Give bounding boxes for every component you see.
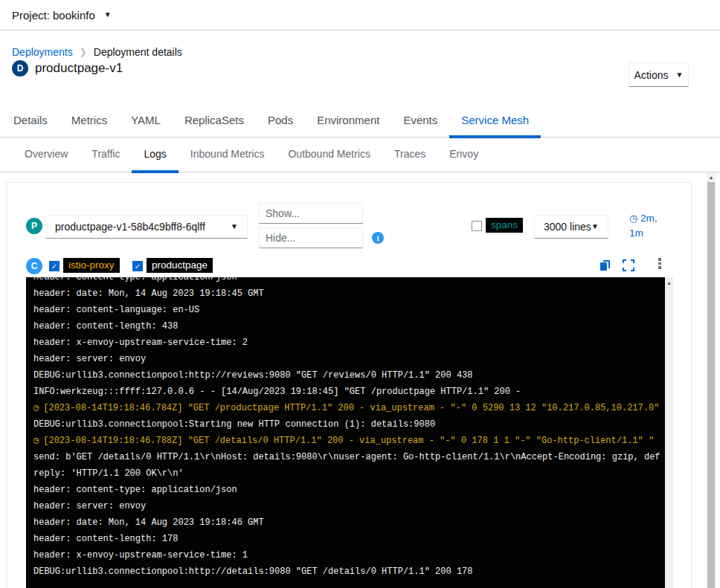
- spans-checkbox[interactable]: [472, 221, 482, 231]
- log-line: header: x-envoy-upstream-service-time: 2: [33, 335, 665, 351]
- pod-select-value: productpage-v1-58b4c9bff8-6qlff: [55, 221, 205, 233]
- chevron-right-icon: ❯: [80, 47, 87, 57]
- log-line: send: b'GET /details/0 HTTP/1.1\r\nHost:…: [33, 449, 665, 465]
- hide-filter-input[interactable]: [259, 227, 363, 248]
- title-row: D productpage-v1: [12, 60, 123, 77]
- project-selector-label: Project: bookinfo: [12, 9, 95, 22]
- frame-scrollbar[interactable]: ▲: [707, 172, 716, 588]
- tab-environment[interactable]: Environment: [305, 104, 391, 138]
- chevron-down-icon: ▼: [676, 71, 684, 79]
- istio-proxy-label[interactable]: istio-proxy: [63, 258, 120, 273]
- deployment-badge: D: [12, 60, 28, 77]
- pod-select[interactable]: productpage-v1-58b4c9bff8-6qlff ▼: [45, 215, 248, 239]
- subtab-traffic[interactable]: Traffic: [80, 138, 132, 173]
- tab-pods[interactable]: Pods: [256, 104, 305, 138]
- subtab-envoy[interactable]: Envoy: [437, 138, 490, 173]
- log-line: INFO:werkzeug:::ffff:127.0.0.6 - - [14/A…: [33, 384, 665, 400]
- expand-icon[interactable]: [623, 259, 634, 271]
- breadcrumb-deployments-link[interactable]: Deployments: [12, 46, 73, 58]
- log-scrollbar[interactable]: ▲: [665, 277, 673, 588]
- log-lines: header: content-type: application/jsonhe…: [26, 277, 665, 580]
- log-line: DEBUG:urllib3.connectionpool:http://deta…: [33, 563, 665, 580]
- subtab-inbound-metrics[interactable]: Inbound Metrics: [179, 138, 277, 173]
- log-line: DEBUG:urllib3.connectionpool:http://revi…: [33, 367, 665, 384]
- show-filter-input[interactable]: [259, 203, 363, 224]
- log-line: DEBUG:urllib3.connectionpool:Starting ne…: [33, 416, 665, 433]
- scroll-up-icon[interactable]: ▲: [665, 277, 673, 285]
- time-range-link[interactable]: ◷ 2m, 1m: [629, 211, 671, 241]
- log-line: header: content-type: application/json: [33, 482, 665, 498]
- actions-button-label: Actions: [634, 69, 669, 81]
- project-bar: Project: bookinfo ▼: [0, 0, 720, 30]
- subtab-outbound-metrics[interactable]: Outbound Metrics: [276, 138, 382, 173]
- log-line: header: content-type: application/json: [33, 277, 665, 285]
- service-mesh-subtabs: Overview Traffic Logs Inbound Metrics Ou…: [0, 138, 720, 172]
- subtab-traces[interactable]: Traces: [382, 138, 437, 173]
- tab-metrics[interactable]: Metrics: [60, 104, 119, 138]
- subtab-overview[interactable]: Overview: [13, 138, 80, 173]
- kebab-menu-icon[interactable]: [658, 258, 662, 270]
- breadcrumb-current: Deployment details: [94, 46, 182, 58]
- container-badge: C: [26, 258, 42, 274]
- deployment-details-page: Project: bookinfo ▼ Deployments ❯ Deploy…: [0, 0, 720, 588]
- log-line: header: server: envoy: [33, 351, 665, 367]
- tab-details[interactable]: Details: [1, 104, 60, 138]
- log-entry-line: ◷[2023-08-14T19:18:46.784Z] "GET /produc…: [33, 400, 665, 416]
- log-line: header: x-envoy-upstream-service-time: 1: [33, 547, 665, 563]
- log-entry-line: ◷[2023-08-14T19:18:46.788Z] "GET /detail…: [33, 433, 665, 449]
- tab-replicasets[interactable]: ReplicaSets: [173, 104, 256, 138]
- main-tabs: Details Metrics YAML ReplicaSets Pods En…: [0, 104, 720, 138]
- breadcrumb: Deployments ❯ Deployment details: [12, 46, 182, 58]
- chevron-down-icon: ▼: [104, 11, 112, 19]
- scroll-up-icon[interactable]: ▲: [707, 172, 716, 180]
- log-line: header: content-length: 178: [33, 531, 665, 547]
- tab-events[interactable]: Events: [391, 104, 449, 138]
- log-line: reply: 'HTTP/1.1 200 OK\r\n': [33, 465, 665, 482]
- actions-button[interactable]: Actions ▼: [629, 62, 689, 87]
- chevron-down-icon: ▼: [591, 223, 599, 230]
- tab-yaml[interactable]: YAML: [119, 104, 173, 138]
- chevron-down-icon: ▼: [231, 223, 238, 230]
- copy-icon[interactable]: [600, 259, 611, 271]
- logs-card: P productpage-v1-58b4c9bff8-6qlff ▼ i sp…: [7, 182, 692, 588]
- scrollbar-thumb[interactable]: [707, 182, 715, 588]
- lines-select[interactable]: 3000 lines ▼: [534, 215, 608, 239]
- pod-badge: P: [26, 218, 42, 234]
- spans-label[interactable]: spans: [486, 218, 523, 233]
- clock-icon: ◷: [33, 403, 39, 413]
- log-line: header: server: envoy: [33, 498, 665, 514]
- log-panel: header: content-type: application/jsonhe…: [26, 277, 665, 588]
- productpage-label[interactable]: productpage: [147, 258, 213, 273]
- page-title: productpage-v1: [35, 61, 123, 76]
- subtab-logs[interactable]: Logs: [132, 138, 178, 173]
- istio-proxy-checkbox[interactable]: ✓: [49, 261, 60, 271]
- project-selector[interactable]: Project: bookinfo ▼: [12, 9, 112, 22]
- clock-icon: ◷: [33, 436, 39, 446]
- tab-service-mesh[interactable]: Service Mesh: [449, 104, 541, 138]
- info-icon[interactable]: i: [372, 232, 384, 244]
- productpage-checkbox[interactable]: ✓: [132, 261, 143, 271]
- log-line: header: date: Mon, 14 Aug 2023 19:18:46 …: [33, 514, 665, 531]
- lines-select-value: 3000 lines: [544, 221, 591, 233]
- clock-icon: ◷: [629, 213, 637, 224]
- log-line: header: content-length: 438: [33, 318, 665, 335]
- log-line: header: content-language: en-US: [33, 302, 665, 318]
- log-line: header: date: Mon, 14 Aug 2023 19:18:45 …: [33, 285, 665, 302]
